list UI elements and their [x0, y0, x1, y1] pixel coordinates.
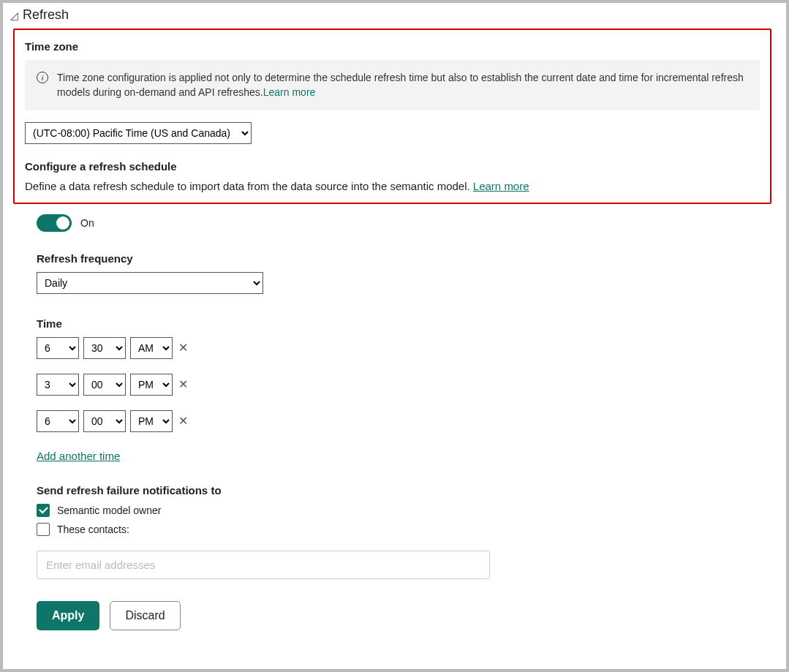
schedule-learn-more-link[interactable]: Learn more: [473, 180, 529, 192]
time-hour-select[interactable]: 6: [37, 410, 79, 432]
schedule-description: Define a data refresh schedule to import…: [25, 180, 760, 192]
time-hour-select[interactable]: 6: [37, 337, 79, 359]
time-row: 3 00 PM ✕: [37, 374, 771, 396]
timezone-info-banner: i Time zone configuration is applied not…: [25, 60, 760, 110]
toggle-state-label: On: [80, 217, 94, 229]
time-row: 6 30 AM ✕: [37, 337, 771, 359]
time-minute-select[interactable]: 00: [83, 374, 126, 396]
notify-heading: Send refresh failure notifications to: [37, 484, 771, 497]
schedule-toggle[interactable]: [37, 214, 72, 232]
email-contacts-input[interactable]: [37, 551, 490, 579]
apply-button[interactable]: Apply: [37, 601, 99, 630]
time-ampm-select[interactable]: PM: [130, 410, 173, 432]
timezone-info-text: Time zone configuration is applied not o…: [57, 70, 748, 100]
section-title: Refresh: [23, 7, 69, 23]
highlighted-config-area: Time zone i Time zone configuration is a…: [13, 29, 771, 204]
collapse-icon: ◿: [10, 10, 18, 21]
refresh-section-header[interactable]: ◿ Refresh: [10, 7, 786, 23]
timezone-learn-more-link[interactable]: Learn more: [263, 86, 316, 98]
frequency-heading: Refresh frequency: [37, 252, 771, 265]
remove-time-icon[interactable]: ✕: [177, 377, 189, 391]
discard-button[interactable]: Discard: [110, 601, 180, 630]
schedule-heading: Configure a refresh schedule: [25, 160, 760, 173]
settings-panel: ◿ Refresh Time zone i Time zone configur…: [0, 0, 789, 672]
notify-contacts-checkbox[interactable]: [37, 523, 50, 536]
time-ampm-select[interactable]: PM: [130, 374, 173, 396]
frequency-select[interactable]: Daily: [37, 272, 263, 294]
timezone-heading: Time zone: [25, 40, 760, 53]
info-icon: i: [37, 72, 48, 83]
add-another-time-link[interactable]: Add another time: [37, 450, 120, 462]
time-row: 6 00 PM ✕: [37, 410, 771, 432]
time-minute-select[interactable]: 30: [83, 337, 126, 359]
timezone-select[interactable]: (UTC-08:00) Pacific Time (US and Canada): [25, 122, 252, 144]
notify-contacts-label: These contacts:: [57, 524, 129, 535]
time-hour-select[interactable]: 3: [37, 374, 79, 396]
time-heading: Time: [37, 317, 771, 330]
time-minute-select[interactable]: 00: [83, 410, 126, 432]
time-ampm-select[interactable]: AM: [130, 337, 173, 359]
remove-time-icon[interactable]: ✕: [177, 414, 189, 428]
notify-owner-label: Semantic model owner: [57, 505, 161, 516]
remove-time-icon[interactable]: ✕: [177, 341, 189, 355]
notify-owner-checkbox[interactable]: [37, 504, 50, 517]
